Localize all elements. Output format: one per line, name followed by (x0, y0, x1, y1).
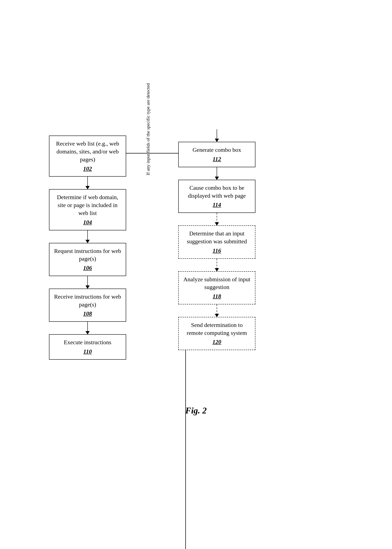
box-114: Cause combo box to be displayed with web… (178, 180, 255, 213)
box-116-text: Determine that an input suggestion was s… (187, 230, 247, 245)
box-110-label: 110 (54, 347, 121, 355)
box-106: Request instructions for web page(s) 106 (49, 243, 126, 276)
box-118: Analyze submission of input suggestion 1… (178, 271, 255, 304)
arrow-108-110 (87, 322, 88, 334)
box-104-text: Determine if web domain, site or page is… (57, 194, 118, 216)
box-112-text: Generate combo box (192, 146, 241, 153)
box-114-text: Cause combo box to be displayed with web… (188, 185, 246, 199)
box-106-text: Request instructions for web page(s) (54, 248, 121, 262)
box-120: Send determination to remote computing s… (178, 317, 255, 350)
box-102-text: Receive web list (e.g., web domains, sit… (56, 140, 119, 163)
arrow-104-106 (87, 230, 88, 243)
box-108: Receive instructions for web page(s) 108 (49, 289, 126, 322)
box-114-label: 114 (183, 201, 250, 209)
box-110-text: Execute instructions (64, 339, 111, 346)
box-120-label: 120 (183, 338, 250, 346)
box-118-label: 118 (183, 292, 250, 300)
arrow-106-108 (87, 276, 88, 289)
box-118-text: Analyze submission of input suggestion (183, 276, 250, 291)
arrow-114-116 (217, 213, 217, 225)
box-108-text: Receive instructions for web page(s) (54, 293, 121, 308)
box-112: Generate combo box 112 (178, 142, 255, 167)
box-116: Determine that an input suggestion was s… (178, 225, 255, 258)
box-110: Execute instructions 110 (49, 334, 126, 360)
box-104: Determine if web domain, site or page is… (49, 189, 126, 230)
arrow-112-114 (217, 167, 217, 180)
box-108-label: 108 (54, 310, 121, 318)
box-112-label: 112 (183, 155, 250, 163)
arrow-116-118 (217, 259, 217, 271)
box-104-label: 104 (54, 218, 121, 226)
box-116-label: 116 (183, 247, 250, 255)
box-120-text: Send determination to remote computing s… (187, 322, 247, 336)
arrow-102-104 (87, 177, 88, 189)
right-column: Generate combo box 112 Cause combo box t… (167, 129, 267, 350)
flowchart-columns: Receive web list (e.g., web domains, sit… (37, 129, 355, 395)
figure-caption: Fig. 2 (37, 406, 355, 416)
arrow-118-120 (217, 304, 217, 317)
side-label: If any input fields of the specific type… (145, 56, 151, 202)
left-column: Receive web list (e.g., web domains, sit… (37, 129, 138, 395)
arrow-top-112 (217, 129, 217, 142)
box-102-label: 102 (54, 165, 121, 173)
box-106-label: 106 (54, 264, 121, 272)
box-102: Receive web list (e.g., web domains, sit… (49, 136, 126, 177)
